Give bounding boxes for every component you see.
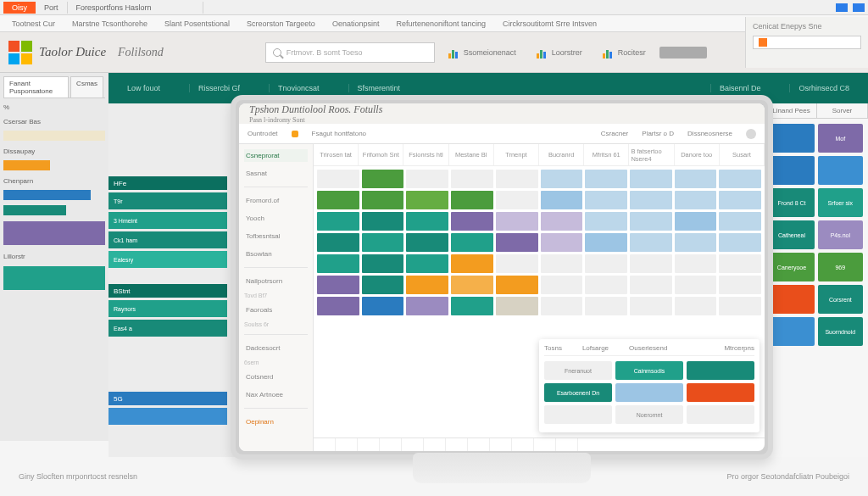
avatar-icon[interactable] [746, 129, 756, 139]
col-header[interactable]: Trirosen tat [314, 144, 359, 165]
heat-cell[interactable] [496, 191, 538, 209]
heat-cell[interactable] [541, 212, 583, 231]
footer-cell[interactable] [314, 438, 336, 451]
tool-label[interactable]: Fsagut hontfatono [312, 130, 367, 137]
sidebar-item[interactable]: Cotsnerd [244, 371, 308, 383]
rd-cell[interactable]: Mof [818, 124, 863, 153]
col-header[interactable]: Susart [720, 144, 765, 165]
heat-cell[interactable] [451, 212, 493, 231]
stack-cell[interactable]: T9r [108, 192, 227, 209]
right-panel-dropdown[interactable] [753, 36, 861, 49]
heat-cell[interactable] [541, 170, 583, 188]
footer-cell[interactable] [446, 438, 468, 451]
legend-cell[interactable]: Noeromnt [615, 405, 683, 424]
heat-cell[interactable] [675, 212, 717, 231]
heat-cell[interactable] [496, 254, 538, 273]
sidebar-item[interactable]: Soulss 6r [244, 321, 308, 327]
rd-tab[interactable]: Sorver [817, 103, 868, 118]
stack-cell[interactable] [108, 408, 227, 425]
stack-cell[interactable]: Eas4 a [108, 320, 227, 337]
rd-cell[interactable]: P4s.nol [818, 220, 863, 249]
heat-cell[interactable] [406, 254, 448, 273]
app-tab[interactable]: Oisy [3, 2, 36, 14]
sidebar-item[interactable]: Oepinarn [244, 415, 308, 428]
footer-cell[interactable] [424, 438, 446, 451]
header-chip[interactable]: Rissercbi Gf [189, 84, 248, 92]
heat-cell[interactable] [362, 212, 404, 231]
max-icon[interactable] [853, 3, 865, 12]
heat-cell[interactable] [317, 191, 359, 209]
heat-cell[interactable] [406, 233, 448, 252]
menu-item[interactable]: Marstne Tcsonthorehe [64, 17, 156, 31]
heat-cell[interactable] [406, 276, 448, 294]
menu-item[interactable]: Tootnest Cur [3, 17, 64, 31]
legend-cell[interactable] [687, 405, 754, 424]
rd-cell[interactable]: Frond 8 Ct [769, 188, 814, 217]
heat-cell[interactable] [585, 254, 627, 273]
heat-cell[interactable] [451, 191, 493, 209]
heat-cell[interactable] [451, 254, 493, 273]
col-header[interactable]: Danore too [675, 144, 720, 165]
sidebar-item[interactable]: 6sern [244, 359, 308, 365]
heat-cell[interactable] [719, 170, 761, 188]
footer-cell[interactable] [512, 438, 534, 451]
tool-label[interactable]: Ountrodet [248, 130, 278, 137]
header-chip[interactable]: Baisennl De [710, 84, 770, 92]
heat-cell[interactable] [630, 254, 672, 273]
rd-cell[interactable]: Srfoer six [818, 188, 863, 217]
heat-cell[interactable] [541, 276, 583, 294]
sidebar-item[interactable]: Tovd Bf7 [244, 293, 308, 298]
heat-cell[interactable] [451, 297, 493, 315]
rd-cell[interactable] [818, 156, 863, 185]
heat-cell[interactable] [496, 212, 538, 231]
heat-cell[interactable] [719, 276, 761, 294]
heat-cell[interactable] [585, 276, 627, 294]
heat-cell[interactable] [630, 170, 672, 188]
side-tab-b[interactable]: Csmas [70, 76, 103, 98]
heat-cell[interactable] [541, 297, 583, 315]
col-header[interactable]: Bucranrd [539, 144, 584, 165]
footer-cell[interactable] [534, 438, 556, 451]
footer-cell[interactable] [358, 438, 380, 451]
legend-tab[interactable]: Ouseriesend [629, 344, 667, 352]
sidebar-item[interactable]: Sasnat [244, 167, 308, 180]
sidebar-item[interactable]: Faoroals [244, 304, 308, 316]
side-bar[interactable] [3, 190, 91, 200]
heat-cell[interactable] [719, 212, 761, 231]
heat-cell[interactable] [630, 212, 672, 231]
heat-cell[interactable] [362, 170, 404, 188]
title-tab-2[interactable]: Foresportfons Haslorn [68, 2, 203, 14]
rd-cell[interactable]: 969 [818, 253, 863, 281]
sidebar-item[interactable]: Yooch [244, 212, 308, 225]
heat-cell[interactable] [630, 276, 672, 294]
sidebar-item[interactable]: Nailpotrsorn [244, 275, 308, 287]
header-chip[interactable]: Sfsmerentint [348, 84, 409, 92]
rd-cell[interactable] [769, 285, 814, 314]
col-header[interactable]: Trnenpt [494, 144, 539, 165]
heat-cell[interactable] [630, 297, 672, 315]
heat-cell[interactable] [675, 233, 717, 252]
side-bar[interactable] [3, 160, 50, 170]
title-tab-1[interactable]: Port [36, 2, 68, 14]
heat-cell[interactable] [406, 297, 448, 315]
col-header[interactable]: Frifomoh Snt [359, 144, 403, 165]
col-header[interactable]: Fsionrsts htl [403, 144, 448, 165]
heat-cell[interactable] [451, 170, 493, 188]
heat-cell[interactable] [362, 276, 404, 294]
side-tab-a[interactable]: Fanant Pusponsatone [3, 76, 69, 98]
heat-cell[interactable] [675, 254, 717, 273]
rd-cell[interactable] [769, 124, 814, 153]
heat-cell[interactable] [496, 297, 538, 315]
footer-cell[interactable] [490, 438, 512, 451]
menu-item[interactable]: Slant Posentstional [156, 17, 238, 31]
heat-cell[interactable] [496, 170, 538, 188]
col-header[interactable]: Mfritsn 61 [584, 144, 629, 165]
heat-cell[interactable] [317, 233, 359, 252]
heat-cell[interactable] [585, 191, 627, 209]
menu-item[interactable]: Screorston Targeeto [238, 17, 324, 31]
heat-cell[interactable] [406, 191, 448, 209]
heat-cell[interactable] [630, 233, 672, 252]
menu-item[interactable]: Circkrsoutitomt Srre Intsven [494, 17, 605, 31]
legend-cell[interactable]: Esarboenenl Dn [544, 383, 612, 402]
legend-tab[interactable]: Tosns [544, 344, 562, 352]
